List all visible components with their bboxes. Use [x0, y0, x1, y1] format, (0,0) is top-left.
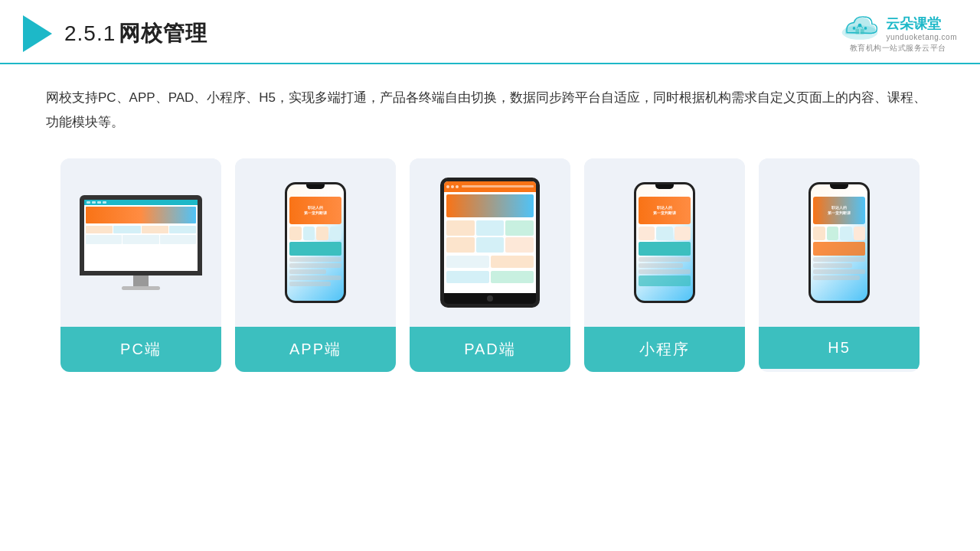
card-miniprogram: 职达人的第一堂判断课 小程序 [584, 158, 745, 372]
header-left: 2.5.1网校管理 [23, 15, 207, 52]
phone-mockup-h5: 职达人的第一堂判断课 [808, 182, 870, 303]
card-app: 职达人的第一堂判断课 APP端 [235, 158, 396, 372]
logo-text: 云朵课堂 yunduoketang.com [886, 15, 957, 41]
phone-mockup-miniprogram: 职达人的第一堂判断课 [634, 182, 695, 303]
page-title: 2.5.1网校管理 [64, 19, 207, 48]
phone-screen-miniprogram: 职达人的第一堂判断课 [636, 184, 693, 301]
cloud-icon [838, 14, 881, 41]
phone-screen-app: 职达人的第一堂判断课 [287, 184, 344, 301]
card-image-miniprogram: 职达人的第一堂判断课 [584, 158, 745, 327]
card-pc: PC端 [60, 158, 221, 372]
card-label-app: APP端 [235, 327, 396, 372]
phone-notch-2 [655, 184, 674, 189]
svg-point-1 [853, 27, 856, 30]
svg-point-3 [864, 27, 867, 30]
logo-tagline: 教育机构一站式服务云平台 [850, 43, 946, 54]
card-h5: 职达人的第一堂判断课 H5 [759, 158, 920, 372]
card-pad: PAD端 [410, 158, 570, 372]
cards-container: PC端 职达人的第一堂判断课 [0, 151, 980, 395]
tablet-home-button [487, 295, 493, 302]
tablet-screen [444, 181, 536, 293]
card-image-pad [410, 158, 570, 327]
phone-screen-h5: 职达人的第一堂判断课 [811, 184, 867, 301]
card-label-pad: PAD端 [410, 327, 570, 372]
card-label-h5: H5 [759, 327, 920, 369]
monitor-stand [133, 276, 149, 286]
logo-area: 云朵课堂 yunduoketang.com 教育机构一站式服务云平台 [838, 14, 957, 54]
card-image-pc [60, 158, 221, 327]
tablet-mockup [440, 178, 540, 308]
card-label-miniprogram: 小程序 [584, 327, 745, 372]
description-text: 网校支持PC、APP、PAD、小程序、H5，实现多端打通，产品各终端自由切换，数… [0, 64, 980, 151]
pc-screen [80, 195, 202, 276]
card-image-h5: 职达人的第一堂判断课 [759, 158, 920, 327]
play-icon [23, 15, 52, 52]
monitor-base [122, 286, 160, 290]
phone-notch-3 [830, 184, 848, 189]
logo-icon: 云朵课堂 yunduoketang.com [838, 14, 957, 41]
card-image-app: 职达人的第一堂判断课 [235, 158, 396, 327]
card-label-pc: PC端 [60, 327, 221, 372]
phone-notch [306, 184, 325, 189]
page-header: 2.5.1网校管理 云朵课堂 yunduoketang.com [0, 0, 980, 64]
phone-mockup-app: 职达人的第一堂判断课 [285, 182, 346, 303]
